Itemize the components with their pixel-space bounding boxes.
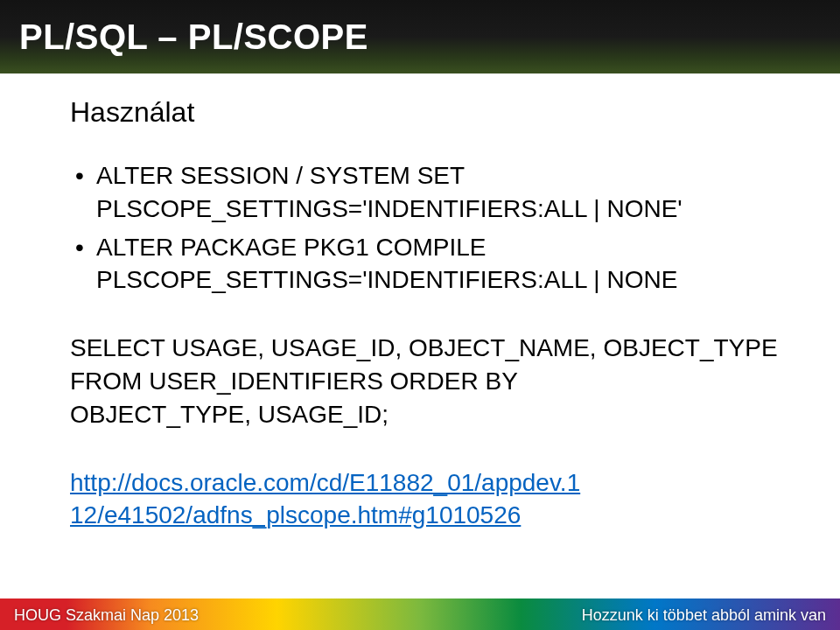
bullet2-line2: PLSCOPE_SETTINGS='INDENTIFIERS:ALL | NON… [96,266,677,293]
docs-link[interactable]: http://docs.oracle.com/cd/E11882_01/appd… [70,469,580,529]
link-line-2: 12/e41502/adfns_plscope.htm#g1010526 [70,501,521,528]
bullet-item-2: ALTER PACKAGE PKG1 COMPILE PLSCOPE_SETTI… [70,231,805,298]
link-line-1: http://docs.oracle.com/cd/E11882_01/appd… [70,469,580,496]
bullet-item-1: ALTER SESSION / SYSTEM SET PLSCOPE_SETTI… [70,159,805,226]
slide-title: PL/SQL – PL/SCOPE [19,18,368,57]
section-heading: Használat [70,96,805,129]
code-line-2: FROM USER_IDENTIFIERS ORDER BY [70,368,518,395]
code-block: SELECT USAGE, USAGE_ID, OBJECT_NAME, OBJ… [70,332,805,430]
bullet-list: ALTER SESSION / SYSTEM SET PLSCOPE_SETTI… [70,159,805,297]
slide-content: Használat ALTER SESSION / SYSTEM SET PLS… [70,96,805,532]
footer-right-text: Hozzunk ki többet abból amink van [582,606,826,625]
bullet1-line2: PLSCOPE_SETTINGS='INDENTIFIERS:ALL | NON… [96,195,682,222]
code-line-3: OBJECT_TYPE, USAGE_ID; [70,401,388,428]
code-line-1: SELECT USAGE, USAGE_ID, OBJECT_NAME, OBJ… [70,334,778,361]
link-block: http://docs.oracle.com/cd/E11882_01/appd… [70,466,805,533]
bullet2-line1: ALTER PACKAGE PKG1 COMPILE [96,234,486,261]
footer-left-text: HOUG Szakmai Nap 2013 [14,606,199,625]
bullet1-line1: ALTER SESSION / SYSTEM SET [96,162,465,189]
title-bar: PL/SQL – PL/SCOPE [0,0,840,74]
